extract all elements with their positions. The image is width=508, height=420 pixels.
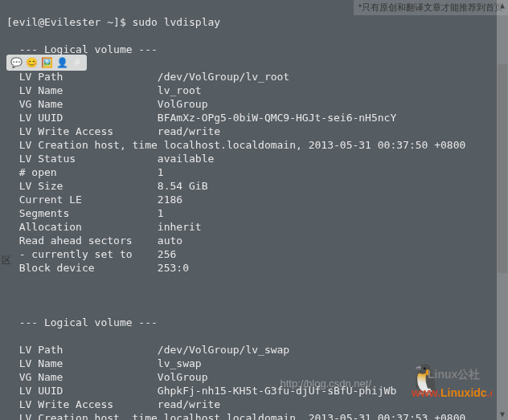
lv-field-row: VG Name VolGroup	[6, 97, 502, 111]
lv-field-row: LV Name lv_swap	[6, 357, 502, 370]
scroll-up-icon[interactable]: ▲	[497, 0, 508, 11]
lv-field-row: LV UUID GhpkFj-nh15-KH5t-G3fu-djUf-sBfU-…	[6, 384, 502, 398]
close-icon: 区	[2, 254, 11, 267]
section-header: --- Logical volume ---	[6, 316, 502, 329]
lv-field-row: Segments 1	[6, 206, 502, 220]
scrollbar[interactable]: ▲ ▼	[497, 0, 508, 420]
lv-field-row: Current LE 2186	[6, 193, 502, 206]
lv-field-row: LV Write Access read/write	[6, 124, 502, 138]
prompt-user-host: [evil@Evilester ~]$	[6, 16, 126, 28]
lv-field-row: LV Status available	[6, 152, 502, 165]
prompt-command: sudo lvdisplay	[133, 16, 221, 28]
prompt-line: [evil@Evilester ~]$ sudo lvdisplay	[6, 15, 502, 29]
lv-field-row: LV Write Access read/write	[6, 398, 502, 411]
scroll-down-icon[interactable]: ▼	[497, 409, 508, 420]
terminal-output[interactable]: [evil@Evilester ~]$ sudo lvdisplay --- L…	[0, 0, 508, 420]
lv-field-row: VG Name VolGroup	[6, 370, 502, 384]
lv-field-row: Allocation inherit	[6, 220, 502, 234]
lv-field-row: Block device 253:0	[6, 261, 502, 275]
lv-field-row: LV Path /dev/VolGroup/lv_root	[6, 70, 502, 84]
lv-field-row: LV Name lv_root	[6, 84, 502, 97]
lv-field-row: Read ahead sectors auto	[6, 234, 502, 247]
lv-field-row: LV Path /dev/VolGroup/lv_swap	[6, 343, 502, 357]
scrollbar-thumb[interactable]	[498, 64, 507, 273]
lv-field-row: LV Creation host, time localhost.localdo…	[6, 138, 502, 152]
lv-field-row: # open 1	[6, 165, 502, 179]
lv-field-row: LV Creation host, time localhost.localdo…	[6, 411, 502, 420]
lv-field-row: - currently set to 256	[6, 247, 502, 261]
blank-line	[6, 288, 502, 302]
lv-field-row: LV UUID BFAmXz-OPg5-0biW-QMC9-HGJt-sei6-…	[6, 111, 502, 124]
lv-field-row: LV Size 8.54 GiB	[6, 179, 502, 193]
section-header: --- Logical volume ---	[6, 43, 502, 56]
